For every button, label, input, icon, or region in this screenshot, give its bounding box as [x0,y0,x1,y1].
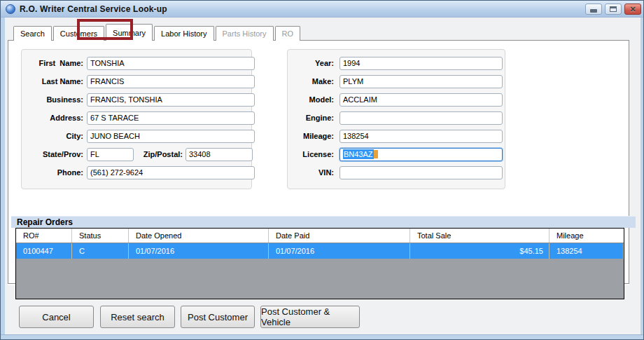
year-input[interactable]: 1994 [340,57,503,70]
app-icon [6,4,15,14]
column-header-date-opened[interactable]: Date Opened [129,229,269,243]
selected-text: BN43AZ [343,149,374,159]
cell-date-opened: 01/07/2016 [129,243,269,259]
column-header-date-paid[interactable]: Date Paid [269,229,410,243]
maximize-button[interactable] [605,4,622,15]
year-label: Year: [290,59,334,67]
vin-input[interactable] [340,166,503,179]
state-label: State/Prov: [23,150,83,158]
tab-ro: RO [275,26,301,41]
mileage-label: Mileage: [290,132,334,140]
make-label: Make: [290,77,334,86]
city-input[interactable]: JUNO BEACH [87,130,255,143]
repair-orders-table: RO# Status Date Opened Date Paid Total S… [15,228,624,299]
cell-mileage: 138254 [550,243,624,259]
tab-customers[interactable]: Customers [53,26,104,41]
close-icon: ✕ [629,6,636,13]
cell-status: C [72,243,129,259]
table-header-row: RO# Status Date Opened Date Paid Total S… [16,229,624,243]
model-input[interactable]: ACCLAIM [340,93,503,107]
tab-search[interactable]: Search [13,26,52,41]
column-header-mileage[interactable]: Mileage [550,229,624,243]
tab-summary[interactable]: Summary [106,24,153,41]
text-cursor [374,150,378,158]
title-bar[interactable]: R.O. Writer Central Service Look-up ✕ [1,1,643,18]
close-button[interactable]: ✕ [624,4,641,15]
repair-orders-section-header: Repair Orders [11,216,636,228]
address-label: Address: [23,114,83,122]
tab-parts-history: Parts History [216,26,274,41]
address-input[interactable]: 67 S TARACE [87,111,255,125]
phone-label: Phone: [23,168,83,177]
customer-group: First Name: TONSHIA Last Name: FRANCIS B… [21,49,252,189]
column-header-total-sale[interactable]: Total Sale [410,229,550,243]
cell-total-sale: $45.15 [410,243,550,259]
license-input[interactable]: BN43AZ [340,148,503,161]
make-input[interactable]: PLYM [340,75,503,88]
vehicle-group: Year: 1994 Make: PLYM Model: ACCLAIM Eng… [287,49,505,189]
model-label: Model: [290,95,334,104]
city-label: City: [23,132,83,140]
app-window: R.O. Writer Central Service Look-up ✕ Se… [0,0,644,340]
first-name-label: First Name: [23,59,83,67]
cell-date-paid: 01/07/2016 [269,243,410,259]
vin-label: VIN: [290,168,334,177]
tab-labor-history[interactable]: Labor History [154,26,214,41]
state-input[interactable]: FL [87,148,134,161]
maximize-icon [610,6,617,12]
reset-search-button[interactable]: Reset search [100,306,175,328]
cell-ro-number: 0100447 [16,243,72,259]
phone-input[interactable]: (561) 272-9624 [87,166,255,179]
engine-label: Engine: [290,114,334,122]
post-customer-vehicle-button[interactable]: Post Customer & Vehicle [260,306,360,328]
tab-bar: Search Customers Summary Labor History P… [13,25,302,41]
last-name-label: Last Name: [23,77,83,86]
column-header-ro[interactable]: RO# [16,229,72,243]
business-input[interactable]: FRANCIS, TONSHIA [87,93,255,107]
first-name-input[interactable]: TONSHIA [87,57,255,70]
mileage-input[interactable]: 138254 [340,130,503,143]
zip-input[interactable]: 33408 [186,148,253,161]
cancel-button[interactable]: Cancel [19,306,94,328]
table-row-selected[interactable]: 0100447 C 01/07/2016 01/07/2016 $45.15 1… [16,243,624,259]
column-header-status[interactable]: Status [72,229,129,243]
post-customer-button[interactable]: Post Customer [181,306,255,328]
window-frame-bottom [1,334,643,339]
client-area: Search Customers Summary Labor History P… [5,18,640,336]
minimize-icon [590,9,597,13]
license-label: License: [290,150,334,158]
business-label: Business: [23,95,83,104]
last-name-input[interactable]: FRANCIS [87,75,255,88]
window-title: R.O. Writer Central Service Look-up [20,4,167,14]
engine-input[interactable] [340,111,503,125]
minimize-button[interactable] [585,4,602,15]
tab-page-summary: First Name: TONSHIA Last Name: FRANCIS B… [8,40,629,284]
zip-label: Zip/Postal: [139,150,183,158]
